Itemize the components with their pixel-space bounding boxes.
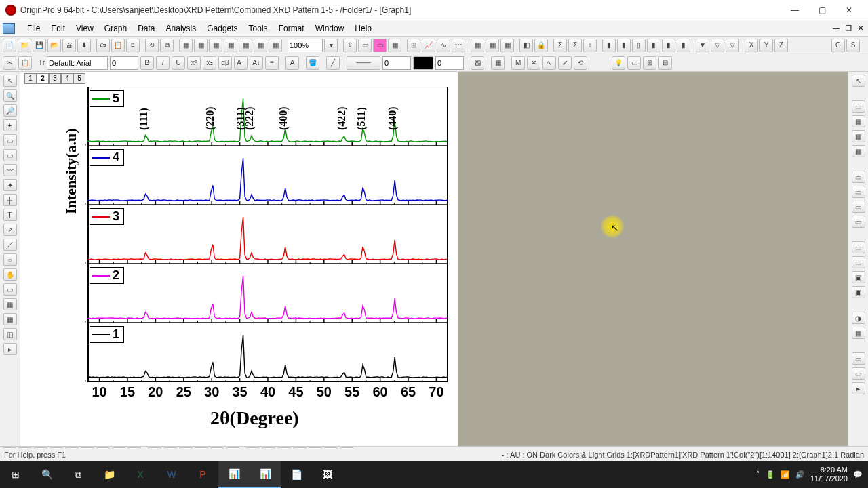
menu-view[interactable]: View [71, 22, 99, 35]
r10-icon[interactable]: ▭ [852, 256, 865, 268]
tray-volume-icon[interactable]: 🔊 [795, 470, 805, 479]
r9-icon[interactable]: ▭ [852, 241, 865, 253]
code-icon[interactable]: ≡ [126, 39, 140, 52]
light-icon[interactable]: 💡 [612, 56, 625, 70]
region-icon[interactable]: ✦ [3, 179, 17, 191]
underline-icon[interactable]: U [172, 56, 185, 70]
r7-icon[interactable]: ▭ [852, 201, 865, 213]
maximize-button[interactable]: ▢ [808, 1, 835, 20]
notification-icon[interactable]: 💬 [853, 470, 863, 479]
r5-icon[interactable]: ▭ [852, 171, 865, 183]
new-function-icon[interactable]: ▦ [269, 39, 282, 52]
legend-2[interactable]: 2 [90, 267, 124, 284]
mdi-minimize[interactable]: — [831, 24, 841, 32]
wks3-icon[interactable]: ▦ [500, 39, 514, 52]
origin-task[interactable]: 📊 [218, 461, 250, 488]
menu-tools[interactable]: Tools [243, 22, 273, 35]
tray-chevron-icon[interactable]: ˄ [756, 470, 760, 479]
wks2-icon[interactable]: ▦ [486, 39, 499, 52]
slide-icon[interactable]: ▭ [358, 39, 372, 52]
mdi-background[interactable] [458, 72, 848, 449]
x-icon[interactable]: ✕ [527, 56, 540, 70]
filter2-icon[interactable]: ▽ [711, 39, 724, 52]
r13-icon[interactable]: ◑ [852, 312, 865, 324]
r14-icon[interactable]: ▦ [852, 327, 865, 339]
pan-tool-icon[interactable]: 🔎 [3, 104, 17, 117]
new-excel-icon[interactable]: ▦ [194, 39, 208, 52]
menu-edit[interactable]: Edit [45, 22, 71, 35]
zoom-tool-icon[interactable]: 🔍 [3, 89, 17, 102]
font-dec-icon[interactable]: A↓ [250, 56, 263, 70]
col3-icon[interactable]: ▯ [632, 39, 646, 52]
new-matrix-icon[interactable]: ▦ [224, 39, 237, 52]
3d-tool-icon[interactable]: ◫ [3, 328, 17, 340]
font-size-combo[interactable] [110, 56, 138, 70]
new-notes-icon[interactable]: ▦ [254, 39, 267, 52]
r11-icon[interactable]: ▣ [852, 271, 865, 283]
layer-tab-2[interactable]: 2 [37, 73, 49, 84]
r3-icon[interactable]: ▦ [852, 130, 865, 142]
excel-task[interactable]: X [125, 461, 156, 488]
fill-icon[interactable]: 🪣 [306, 56, 319, 70]
menu-format[interactable]: Format [273, 22, 310, 35]
copy-format-icon[interactable]: ✂ [3, 56, 16, 70]
new-graph-icon[interactable]: ▦ [209, 39, 222, 52]
clock[interactable]: 8:20 AM 11/17/2020 [810, 466, 848, 483]
legend-3[interactable]: 3 [90, 208, 124, 225]
menu-gadgets[interactable]: Gadgets [201, 22, 243, 35]
menu-analysis[interactable]: Analysis [161, 22, 202, 35]
new-workbook-icon[interactable]: ▦ [179, 39, 193, 52]
fill-black-icon[interactable] [413, 56, 433, 70]
tool-bb-icon[interactable]: ⟲ [574, 56, 587, 70]
menu-window[interactable]: Window [310, 22, 350, 35]
pattern-icon[interactable]: ▨ [471, 56, 484, 70]
align-icon[interactable]: ≡ [265, 56, 279, 70]
layer-tab-4[interactable]: 4 [61, 73, 73, 84]
tray-battery-icon[interactable]: 🔋 [766, 470, 775, 479]
line-tool-icon[interactable]: ／ [3, 239, 17, 251]
zoom-combo[interactable] [288, 39, 323, 52]
line-style-icon[interactable]: ─── [347, 56, 380, 70]
tool-aa-icon[interactable]: ⤢ [558, 56, 572, 70]
mdi-restore[interactable]: ❐ [844, 24, 853, 32]
explorer-task[interactable]: 📁 [94, 461, 125, 488]
grid-icon[interactable]: ▦ [491, 56, 505, 70]
merge-icon[interactable]: ⊞ [643, 56, 656, 70]
origin2-task[interactable]: 📊 [250, 461, 281, 488]
pointer-icon[interactable]: ↖ [3, 75, 17, 87]
graph-window[interactable]: 1 2 3 4 5 Intensity(a.u) 2θ(Degree) 1015… [20, 72, 458, 449]
layer-tab-1[interactable]: 1 [24, 73, 37, 84]
r2-icon[interactable]: ▦ [852, 115, 865, 127]
lock-icon[interactable]: 🔒 [534, 39, 548, 52]
menu-file[interactable]: File [22, 22, 45, 35]
refresh-icon[interactable]: ↻ [145, 39, 159, 52]
sub-icon[interactable]: x₂ [203, 56, 216, 70]
x-col-icon[interactable]: X [745, 39, 758, 52]
layer-ctrl-icon[interactable]: ▭ [627, 56, 641, 70]
mask-icon[interactable]: ◧ [519, 39, 533, 52]
video-icon[interactable]: ▭ [373, 39, 387, 52]
r16-icon[interactable]: ▭ [852, 367, 865, 380]
results-icon[interactable]: 📋 [111, 39, 125, 52]
extract-icon[interactable]: ⊟ [658, 56, 672, 70]
photos-task[interactable]: 🖼 [312, 461, 343, 488]
data-reader-icon[interactable]: ▭ [3, 134, 17, 146]
legend-4[interactable]: 4 [90, 149, 124, 166]
screen-reader-icon[interactable]: ▭ [3, 149, 17, 161]
export-icon[interactable]: ⇪ [343, 39, 357, 52]
col6-icon[interactable]: ▮ [677, 39, 690, 52]
print-icon[interactable]: 🖨 [62, 39, 76, 52]
menu-data[interactable]: Data [132, 22, 160, 35]
open-icon[interactable]: 📂 [47, 39, 61, 52]
sum-icon[interactable]: Σ [553, 39, 567, 52]
line-width2[interactable] [435, 56, 464, 70]
m-icon[interactable]: M [511, 56, 525, 70]
italic-icon[interactable]: I [156, 56, 170, 70]
r1-icon[interactable]: ▭ [852, 100, 865, 113]
system-tray[interactable]: ˄ 🔋 📶 🔊 8:20 AM 11/17/2020 💬 [756, 466, 868, 483]
r15-icon[interactable]: ▭ [852, 352, 865, 365]
line-color-icon[interactable]: ╱ [326, 56, 340, 70]
s-col-icon[interactable]: S [846, 39, 860, 52]
new-layout-icon[interactable]: ▦ [239, 39, 252, 52]
import-icon[interactable]: ⬇ [77, 39, 91, 52]
